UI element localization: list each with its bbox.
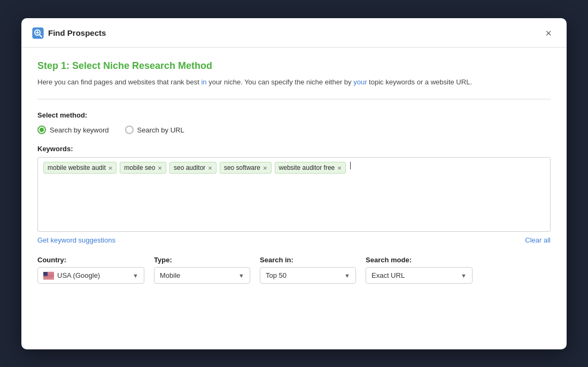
- search-in-group: Search in: Top 50 ▼: [260, 256, 356, 284]
- keyword-tag-3: seo auditor ×: [169, 162, 216, 174]
- radio-keyword-label: Search by keyword: [50, 126, 109, 134]
- country-dropdown[interactable]: USA (Google) ▼: [37, 267, 144, 284]
- dialog-title: Find Prospects: [48, 28, 106, 37]
- search-in-chevron-icon: ▼: [344, 272, 350, 279]
- dialog-title-row: Find Prospects: [32, 27, 106, 39]
- prospects-icon: [32, 27, 44, 39]
- keywords-actions: Get keyword suggestions Clear all: [37, 236, 551, 244]
- keyword-tag-1-text: mobile website audit: [48, 164, 106, 171]
- search-in-dropdown[interactable]: Top 50 ▼: [260, 267, 356, 284]
- method-label: Select method:: [37, 111, 551, 119]
- keyword-tag-3-remove[interactable]: ×: [208, 165, 212, 171]
- type-label: Type:: [154, 256, 250, 264]
- keyword-tag-2: mobile seo ×: [120, 162, 166, 174]
- step-description: Here you can find pages and websites tha…: [37, 77, 551, 88]
- search-mode-selected: Exact URL: [372, 271, 405, 279]
- highlight-in: in: [201, 78, 206, 86]
- keyword-tag-5-remove[interactable]: ×: [337, 165, 342, 171]
- country-value: USA (Google): [43, 271, 100, 279]
- search-in-label: Search in:: [260, 256, 356, 264]
- keyword-tag-2-remove[interactable]: ×: [158, 165, 162, 171]
- svg-rect-12: [43, 276, 54, 276]
- close-button[interactable]: ×: [543, 27, 554, 40]
- step-title: Step 1: Select Niche Research Method: [37, 60, 551, 72]
- search-mode-value: Exact URL: [372, 271, 405, 279]
- keyword-tag-5-text: website auditor free: [279, 164, 335, 171]
- type-group: Type: Mobile ▼: [154, 256, 250, 284]
- search-mode-chevron-icon: ▼: [461, 272, 467, 279]
- country-chevron-icon: ▼: [133, 272, 138, 279]
- svg-rect-17: [43, 278, 54, 279]
- text-cursor: [350, 162, 351, 169]
- keyword-tag-4-text: seo software: [224, 164, 260, 171]
- keyword-tag-3-text: seo auditor: [174, 164, 205, 171]
- search-mode-group: Search mode: Exact URL ▼: [366, 256, 473, 284]
- keyword-tag-1: mobile website audit ×: [43, 162, 117, 174]
- search-mode-label: Search mode:: [366, 256, 473, 264]
- radio-url-label: Search by URL: [137, 126, 184, 134]
- svg-rect-14: [43, 277, 54, 277]
- country-label: Country:: [37, 256, 144, 264]
- country-selected: USA (Google): [57, 271, 100, 279]
- dialog-body: Step 1: Select Niche Research Method Her…: [21, 48, 567, 349]
- keyword-tag-1-remove[interactable]: ×: [109, 165, 113, 171]
- type-dropdown[interactable]: Mobile ▼: [154, 267, 250, 284]
- get-keyword-suggestions-button[interactable]: Get keyword suggestions: [37, 236, 115, 244]
- find-prospects-dialog: Find Prospects × Step 1: Select Niche Re…: [21, 18, 567, 349]
- search-mode-dropdown[interactable]: Exact URL ▼: [366, 267, 473, 284]
- radio-url[interactable]: Search by URL: [125, 126, 184, 134]
- dropdowns-row: Country:: [37, 256, 551, 284]
- country-group: Country:: [37, 256, 144, 284]
- section-divider: [37, 99, 551, 99]
- svg-rect-18: [43, 272, 48, 276]
- keywords-input-box[interactable]: mobile website audit × mobile seo × seo …: [37, 157, 551, 232]
- usa-flag-icon: [43, 272, 54, 279]
- highlight-your: your: [353, 78, 367, 86]
- keyword-tag-2-text: mobile seo: [124, 164, 155, 171]
- svg-rect-16: [43, 278, 54, 278]
- method-radio-group: Search by keyword Search by URL: [37, 126, 551, 134]
- radio-keyword-indicator: [37, 126, 46, 134]
- keywords-label: Keywords:: [37, 145, 551, 153]
- search-in-selected: Top 50: [266, 271, 287, 279]
- search-in-value: Top 50: [266, 271, 287, 279]
- keyword-tag-4: seo software ×: [220, 162, 272, 174]
- type-chevron-icon: ▼: [238, 272, 244, 279]
- clear-all-button[interactable]: Clear all: [525, 236, 551, 244]
- svg-rect-15: [43, 277, 54, 278]
- keyword-tag-5: website auditor free ×: [275, 162, 346, 174]
- svg-rect-13: [43, 276, 54, 277]
- type-value: Mobile: [160, 271, 180, 279]
- radio-keyword[interactable]: Search by keyword: [37, 126, 109, 134]
- dialog-header: Find Prospects ×: [21, 18, 567, 48]
- keyword-tag-4-remove[interactable]: ×: [263, 165, 267, 171]
- type-selected: Mobile: [160, 271, 180, 279]
- radio-url-indicator: [125, 126, 134, 134]
